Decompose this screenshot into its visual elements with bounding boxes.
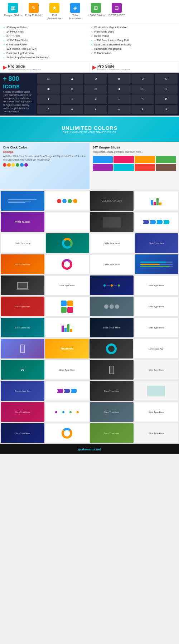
slide-thumb [45, 297, 90, 316]
slide-thumb [90, 275, 134, 295]
feature-pptx: ⊟ PPTX & PPT [107, 3, 126, 20]
icons-section: + 800 icons A library of scalable vector… [0, 73, 179, 116]
slide-thumb: PRO SLIDE [1, 212, 44, 232]
feature-editable: ✎ Fully Editable [24, 3, 43, 20]
slide-thumb [46, 233, 90, 253]
slides-row-8: MacBook Landscape App [0, 338, 179, 359]
icon-cell: ◈ [61, 84, 84, 94]
logo-sub-left: PowerPoint Presentation Template [8, 68, 41, 70]
logo-name-right: Pro Slide [97, 64, 130, 68]
slide-thumb: Slide Type Here [1, 254, 44, 274]
feature-slides-count: ⊞ + 6600 Slides [87, 3, 105, 20]
slides-row-11: Slide Type Here Slide Type Here Slide Ty… [0, 401, 179, 423]
icon-cell: ◉ [37, 84, 60, 94]
icon-cell: ✰ [155, 105, 178, 114]
slide-thumb: Slide Type Here [1, 297, 44, 316]
icon-cell: ⊠ [37, 74, 60, 84]
slides-row-1: MONICA TAYLOR [0, 190, 179, 211]
icon-cell: ✫ [37, 105, 60, 114]
color-swatch-blue [20, 163, 24, 167]
feature-animations: ★ Full Animations [45, 3, 64, 20]
slide-thumb [90, 339, 133, 358]
dual-proslide-header: ▶ Pro Slide PowerPoint Presentation Temp… [0, 62, 179, 73]
color-swatch-red [3, 163, 6, 167]
feature-label: Unique Slides [4, 14, 21, 17]
icon-cell: ✧ [108, 94, 131, 104]
slide-thumb [134, 191, 179, 211]
icon-cell: ✭ [84, 105, 107, 114]
one-click-title: One Click Color [3, 146, 87, 149]
color-swatch-green [16, 163, 19, 167]
icon-cell: ◇ [131, 84, 154, 94]
icons-grid: ⊠ ♟ ⊕ ⊗ ⊘ ⊙ ◉ ◈ ◎ ◆ ◇ ◊ ★ ☆ ✦ ✧ ✩ ✪ ✫ ✬ … [36, 73, 179, 116]
icon-cell: ◊ [155, 84, 178, 94]
slide-thumb: Slide Type Here [45, 360, 90, 380]
icons-description: A library of scalable vector icons caref… [3, 90, 33, 113]
slides-row-7: Slide Type Here Slide Type Here Slide Ty… [0, 317, 179, 338]
proslide-logo-right: ▶ Pro Slide PowerPoint Presentation Temp… [90, 62, 179, 72]
feature-unique-slides: ▦ Unique Slides [4, 3, 22, 20]
slides-row-2: PRO SLIDE [0, 211, 179, 233]
unlimited-sub: EASILY CHANGE TO YOUR BRAND'S COLOR [63, 131, 116, 133]
icon-cell: ◆ [108, 84, 131, 94]
slide-thumb: Slide Type Here [134, 318, 179, 337]
slide-thumb [135, 254, 179, 274]
editable-icon: ✎ [29, 3, 39, 13]
slide-thumb: Slide Type Here [90, 381, 134, 401]
slide-thumb: Slide Type Here [134, 297, 179, 316]
proslide-logo-left: ▶ Pro Slide PowerPoint Presentation Temp… [0, 62, 90, 72]
icon-cell: ⊘ [131, 74, 154, 84]
slide-thumb: MacBook [45, 339, 89, 358]
watermark-bar: grafamania.net [0, 444, 179, 454]
unique-slides-icon: ▦ [8, 3, 18, 13]
slide-thumb [45, 423, 90, 443]
top-features-bar: ▦ Unique Slides ✎ Fully Editable ★ Full … [0, 0, 179, 23]
color-swatch-orange [7, 163, 11, 167]
slide-thumb: Slide Type Here [134, 360, 179, 380]
icon-cell: ✯ [131, 105, 154, 114]
slide-thumb: Slide Type Here [90, 233, 134, 253]
slides-row-6: Slide Type Here Slide Type Here [0, 296, 179, 317]
slide-thumb: Slide Type Here [134, 402, 179, 422]
bullets-section: 95 Unique Slides 14 PPTX Files 2 PPT Fil… [0, 23, 179, 62]
slide-thumb: Slide Type Here [135, 233, 179, 253]
unlimited-section: UNLIMITED COLORS EASILY CHANGE TO YOUR B… [0, 117, 179, 142]
feature-color: ◈ Color Animation [66, 3, 84, 20]
logo-arrow-right: ▶ [92, 64, 96, 70]
slide-thumb: Slide Type Here [134, 423, 179, 443]
one-click-desc: With One Click Color Scheme, You Can Cha… [3, 155, 87, 162]
slides-row-9: 06 Slide Type Here Slide Type Here [0, 359, 179, 380]
slide-thumb [90, 360, 134, 380]
icon-cell: ✮ [108, 105, 131, 114]
slide-thumb [90, 212, 134, 232]
unique-slides-desc: Infographics, charts, portfolios, and mu… [93, 150, 176, 154]
slide-thumb: Slide Type Here [90, 423, 134, 443]
one-click-subtitle: Change [3, 150, 87, 153]
slide-thumb: Slide Type Here [134, 275, 179, 295]
icons-count: + 800 icons [3, 75, 33, 90]
animations-icon: ★ [49, 3, 59, 13]
logo-sub-right: PowerPoint Presentation Template [97, 68, 130, 70]
slides-row-5: Slide Type Here Slide Type Here [0, 275, 179, 296]
slide-thumb: Slide Type Here [1, 318, 44, 337]
feature-label: Full Animations [45, 14, 64, 20]
slide-thumb: Slide Type Here [1, 233, 45, 253]
icon-cell: ✬ [61, 105, 84, 114]
icon-cell: ♟ [61, 74, 84, 84]
slide-thumb: Slide Type Here [45, 275, 90, 295]
logo-name-left: Pro Slide [8, 64, 41, 68]
slide-thumb: 06 [1, 360, 44, 380]
bullets-right: World Wide Map + Editable Free Fonts Use… [91, 25, 175, 60]
color-swatches [3, 163, 87, 167]
slide-thumb [45, 191, 90, 211]
unlimited-title: UNLIMITED COLORS [62, 125, 117, 131]
icon-cell: ✩ [131, 94, 154, 104]
slides-row-3: Slide Type Here Slide Type Here Slide Ty… [0, 233, 179, 254]
color-swatch-yellow [11, 163, 15, 167]
icon-cell: ◎ [84, 84, 107, 94]
slide-thumb [45, 254, 90, 274]
slide-thumb [134, 381, 179, 401]
slide-thumb: Slide Type Here [90, 254, 134, 274]
one-click-feature: One Click Color Change With One Click Co… [0, 143, 90, 189]
unique-slides-title: 347 Unique Slides [93, 146, 176, 149]
